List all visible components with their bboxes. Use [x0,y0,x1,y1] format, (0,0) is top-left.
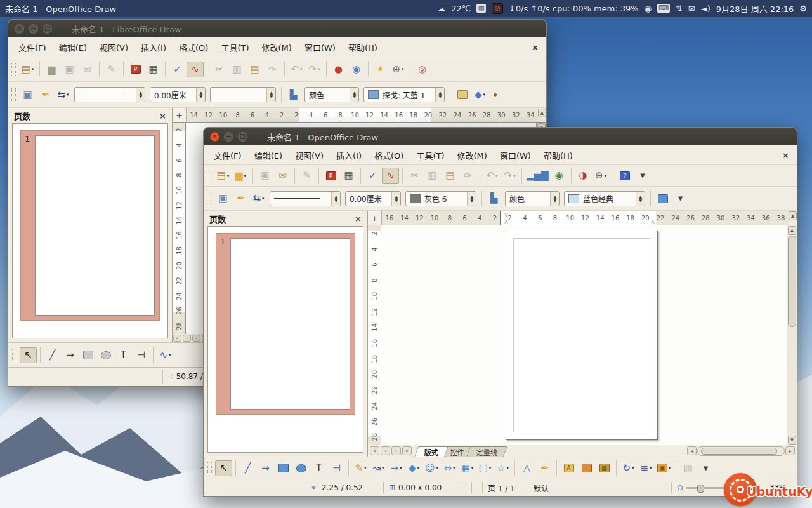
open-icon[interactable]: ▆ [43,62,60,77]
zoom-slider-thumb[interactable] [697,485,704,493]
area-style-select[interactable]: 颜色 ▲▼ [304,87,359,102]
network-updown-icon[interactable]: ⇅ [676,4,683,13]
spinner[interactable]: ▲▼ [350,88,358,102]
dropdown-caret[interactable]: ▾ [402,67,404,72]
ruler-origin-icon[interactable]: + [173,108,187,122]
spinner[interactable]: ▲▼ [550,192,559,206]
toolbar-overflow-icon[interactable]: ▾ [672,190,689,206]
text-tool[interactable]: T [310,460,327,476]
chart-icon[interactable]: ● [330,62,347,77]
layer-tab[interactable]: 版式 [414,446,449,457]
area-style-icon[interactable]: ▙ [485,190,502,206]
edit-points-icon[interactable]: ✒ [37,87,54,103]
last-tab-icon[interactable]: » [402,446,412,455]
print-icon[interactable]: ▦ [145,62,162,77]
weather-icon[interactable]: ☁ [437,4,445,13]
indent-marker-icon[interactable]: △ [651,219,655,225]
curve-tool[interactable]: ∿▾ [157,347,174,363]
menu-item[interactable]: 修改(M) [256,39,298,55]
titlebar[interactable]: × − □ 未命名 1 - OpenOffice Draw [204,128,797,145]
line-tool[interactable]: ╱ [44,347,61,363]
dropdown-caret[interactable]: ▾ [605,173,607,178]
zoom-out-icon[interactable]: ⊖ [677,483,683,492]
prev-tab-icon[interactable]: ‹ [381,446,390,455]
dropdown-caret[interactable]: ▾ [262,196,265,201]
chart-icon[interactable]: ▂▅▇ [525,168,550,184]
line-style-select[interactable]: ▲▼ [270,191,341,206]
ellipse-tool[interactable] [97,347,114,363]
dropdown-caret[interactable]: ▾ [632,465,634,471]
menu-item[interactable]: 窗口(W) [298,39,342,55]
toolbar-grip[interactable] [11,88,16,101]
flowchart-tool[interactable]: ▦▾ [459,460,476,476]
rectangle-tool[interactable] [79,347,96,363]
spinner[interactable]: ▲▼ [467,192,476,206]
insert-picture-icon[interactable] [578,460,595,476]
dropdown-caret[interactable]: ▾ [227,173,230,178]
dropdown-caret[interactable]: ▾ [318,67,320,72]
menu-item[interactable]: 文件(F) [12,39,53,55]
paste-icon[interactable]: ▤ [442,168,459,184]
open-icon[interactable]: ▆▾ [232,168,249,184]
export-pdf-icon[interactable]: P [322,168,339,184]
line-color-select[interactable]: ▲▼ [210,87,276,102]
navigator-icon[interactable]: ◑ [575,168,592,184]
scroll-up-icon[interactable]: ▲ [789,211,797,220]
prev-tab-icon[interactable]: ‹ [183,335,191,342]
calendar-icon[interactable]: ▦ [476,4,485,13]
scroll-up-icon[interactable]: ▲ [788,226,796,235]
layer-tab[interactable]: 定量线 [466,446,508,457]
arrow-tool[interactable]: → [257,460,274,476]
next-tab-icon[interactable]: › [391,446,401,455]
styles-window-icon[interactable]: ▣ [19,87,36,103]
volume-icon[interactable]: ◄) [701,4,710,13]
status-style[interactable]: 默认 [528,482,671,493]
select-tool[interactable]: ↖ [20,347,37,363]
new-document-icon[interactable]: ▤▾ [214,168,232,184]
menu-item[interactable]: 工具(T) [214,39,255,55]
shadow-icon[interactable] [454,87,471,103]
zoom-icon[interactable]: ⊕▾ [390,62,407,77]
menu-item[interactable]: 帮助(H) [342,39,384,55]
navigator-icon[interactable]: ◉ [348,62,365,77]
help-icon[interactable]: ? [617,168,634,184]
dropdown-caret[interactable]: ▾ [417,465,420,471]
points-tool[interactable]: △ [518,460,535,476]
document-page[interactable] [506,231,658,440]
close-document-icon[interactable]: × [532,43,539,52]
next-tab-icon[interactable]: › [192,335,200,342]
close-button[interactable]: × [15,24,24,34]
spinner[interactable]: ▲▼ [266,88,275,102]
draw-functions-icon[interactable]: ✦ [372,62,389,77]
toolbar-overflow-icon[interactable]: ▾ [634,168,652,184]
toolbar-grip[interactable] [11,63,16,76]
page-thumbnail[interactable]: 1 [21,131,159,320]
select-tool[interactable]: ↖ [215,460,232,476]
mail-icon[interactable]: ✉ [688,4,695,13]
menu-item[interactable]: 插入(I) [134,39,173,55]
gluepoints-tool[interactable]: ✒ [536,460,553,476]
line-color-select[interactable]: 灰色 6 ▲▼ [405,191,476,206]
minimize-button[interactable]: − [224,132,233,142]
dropdown-caret[interactable]: ▾ [471,465,474,471]
dropdown-caret[interactable]: ▾ [453,465,455,471]
autospellcheck-icon[interactable]: ∿ [382,168,399,184]
spinner[interactable]: ▲▼ [636,192,645,206]
scrollbar-track[interactable] [697,446,785,456]
arrange-icon[interactable]: ▣▾ [655,460,672,476]
block-arrow-tool[interactable]: →▾ [388,460,405,476]
connector-lines-tool[interactable]: ↝▾ [370,460,387,476]
fill-color-select[interactable]: 探戈: 天蓝 1 ▲▼ [363,87,445,102]
hyperlink-icon[interactable]: ◉ [551,168,568,184]
menu-item[interactable]: 文件(F) [207,147,248,163]
dropdown-caret[interactable]: ▾ [244,173,247,178]
menu-item[interactable]: 修改(M) [451,147,494,163]
arrow-tool[interactable]: → [62,347,79,363]
record-indicator-icon[interactable]: ⊘ [492,3,503,14]
maximize-button[interactable]: □ [238,132,247,142]
scroll-left-icon[interactable]: ◂ [687,446,697,455]
dropdown-caret[interactable]: ▾ [513,173,516,178]
page-thumbnail[interactable]: 1 [216,234,355,414]
dropdown-caret[interactable]: ▾ [169,352,171,358]
ubuntu-menu-icon[interactable]: ◉ [645,4,652,13]
